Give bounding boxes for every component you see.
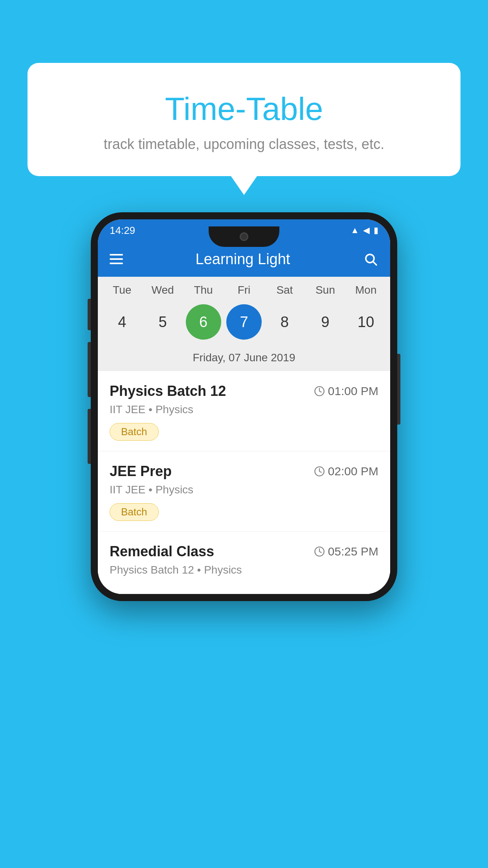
speech-bubble-container: Time-Table track timetable, upcoming cla… — [28, 63, 460, 176]
bubble-subtitle: track timetable, upcoming classes, tests… — [51, 136, 437, 153]
day-name-tue: Tue — [105, 284, 140, 296]
day-name-wed: Wed — [145, 284, 180, 296]
schedule-item-header-2: JEE Prep 02:00 PM — [110, 463, 378, 480]
schedule-list: Physics Batch 12 01:00 PM IIT JEE • Phys… — [98, 371, 390, 594]
hamburger-line-2 — [110, 258, 123, 260]
schedule-item-time-1: 01:00 PM — [314, 384, 378, 398]
schedule-item-meta-1: IIT JEE • Physics — [110, 403, 378, 416]
schedule-item-physics-batch[interactable]: Physics Batch 12 01:00 PM IIT JEE • Phys… — [98, 371, 390, 451]
phone-side-btn-right — [397, 354, 400, 425]
battery-icon: ▮ — [374, 225, 378, 235]
phone-side-btn — [88, 299, 91, 330]
phone-screen: 14:29 ▲ ◀ ▮ Learning Light — [98, 219, 390, 594]
schedule-item-header-3: Remedial Class 05:25 PM — [110, 543, 378, 560]
schedule-item-jee-prep[interactable]: JEE Prep 02:00 PM IIT JEE • Physics Batc… — [98, 451, 390, 531]
bubble-title: Time-Table — [51, 90, 437, 127]
schedule-item-header-1: Physics Batch 12 01:00 PM — [110, 383, 378, 399]
day-name-mon: Mon — [348, 284, 383, 296]
svg-line-1 — [373, 262, 376, 265]
schedule-item-time-2: 02:00 PM — [314, 465, 378, 478]
day-9[interactable]: 9 — [308, 304, 343, 340]
wifi-icon: ▲ — [350, 225, 359, 235]
day-8[interactable]: 8 — [267, 304, 302, 340]
hamburger-line-1 — [110, 254, 123, 256]
day-5[interactable]: 5 — [145, 304, 180, 340]
selected-date-label: Friday, 07 June 2019 — [98, 348, 390, 371]
phone-side-btn-vol-up — [88, 342, 91, 397]
day-name-thu: Thu — [186, 284, 221, 296]
schedule-item-title-1: Physics Batch 12 — [110, 383, 226, 399]
schedule-item-title-3: Remedial Class — [110, 543, 214, 560]
speech-bubble: Time-Table track timetable, upcoming cla… — [28, 63, 460, 176]
app-title: Learning Light — [196, 251, 290, 268]
phone-side-btn-vol-down — [88, 409, 91, 464]
day-4[interactable]: 4 — [105, 304, 140, 340]
hamburger-line-3 — [110, 263, 123, 264]
signal-icon: ◀ — [363, 225, 370, 235]
batch-badge-2: Batch — [110, 503, 159, 521]
calendar-week: Tue Wed Thu Fri Sat Sun Mon 4 5 6 7 8 9 … — [98, 277, 390, 371]
hamburger-menu-icon[interactable] — [110, 254, 123, 264]
day-name-fri: Fri — [226, 284, 262, 296]
status-icons: ▲ ◀ ▮ — [350, 225, 378, 235]
schedule-item-remedial[interactable]: Remedial Class 05:25 PM Physics Batch 12… — [98, 531, 390, 594]
schedule-item-meta-2: IIT JEE • Physics — [110, 484, 378, 496]
batch-badge-1: Batch — [110, 423, 159, 441]
schedule-item-time-3: 05:25 PM — [314, 545, 378, 558]
day-6-today[interactable]: 6 — [186, 304, 221, 340]
phone-container: 14:29 ▲ ◀ ▮ Learning Light — [91, 212, 397, 601]
day-name-sat: Sat — [267, 284, 302, 296]
schedule-item-meta-3: Physics Batch 12 • Physics — [110, 564, 378, 576]
day-7-selected[interactable]: 7 — [226, 304, 262, 340]
status-time: 14:29 — [110, 224, 135, 237]
search-button[interactable] — [363, 251, 378, 267]
phone-frame: 14:29 ▲ ◀ ▮ Learning Light — [91, 212, 397, 601]
clock-icon-1 — [314, 386, 325, 397]
day-name-sun: Sun — [308, 284, 343, 296]
phone-camera — [240, 232, 248, 241]
day-10[interactable]: 10 — [348, 304, 383, 340]
schedule-item-title-2: JEE Prep — [110, 463, 172, 480]
clock-icon-3 — [314, 546, 325, 557]
day-names-row: Tue Wed Thu Fri Sat Sun Mon — [98, 284, 390, 300]
phone-notch — [209, 226, 279, 247]
day-numbers-row: 4 5 6 7 8 9 10 — [98, 300, 390, 348]
clock-icon-2 — [314, 466, 325, 477]
